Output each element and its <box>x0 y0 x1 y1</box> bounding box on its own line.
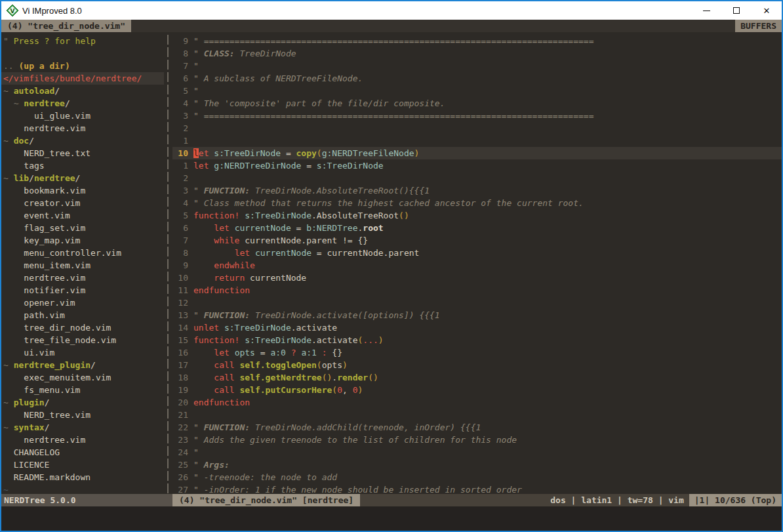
tree-item[interactable]: nerdtree.vim <box>3 272 164 284</box>
code-line[interactable]: 12 <box>172 297 782 309</box>
tree-item[interactable]: ~ nerdtree/ <box>3 97 164 110</box>
code-line[interactable]: 21 <box>172 409 782 421</box>
code-token: a:1 <box>301 348 316 358</box>
code-line[interactable]: 9" =====================================… <box>172 35 782 47</box>
tree-item[interactable]: " Press ? for help <box>3 35 164 47</box>
code-line[interactable]: 7 while currentNode.parent != {} <box>172 234 782 247</box>
tree-item[interactable]: README.markdown <box>3 471 164 483</box>
tree-item[interactable]: ui_glue.vim <box>3 110 164 122</box>
tree-item[interactable]: nerdtree.vim <box>3 122 164 134</box>
tree-item[interactable]: bookmark.vim <box>3 184 164 197</box>
tree-item[interactable]: NERD_tree.vim <box>3 409 164 421</box>
code-line[interactable]: 7" <box>172 60 782 72</box>
code-token: " -inOrder: 1 if the new node should be … <box>193 485 522 494</box>
tab-active[interactable]: (4) "tree_dir_node.vim" <box>1 20 131 32</box>
vertical-split-separator[interactable] <box>164 32 172 494</box>
code-line[interactable]: 13" FUNCTION: TreeDirNode.activate([opti… <box>172 309 782 321</box>
code-line[interactable]: 26" -treenode: the node to add <box>172 471 782 483</box>
tree-item[interactable]: ~ plugin/ <box>3 396 164 409</box>
code-line-text: " FUNCTION: TreeDirNode.activate([option… <box>188 309 440 321</box>
code-line[interactable]: 10let s:TreeDirNode = copy(g:NERDTreeFil… <box>172 147 782 159</box>
code-line[interactable]: 5" <box>172 85 782 97</box>
line-number: 22 <box>172 421 188 434</box>
code-token: .. <box>3 61 18 71</box>
code-line[interactable]: 23" Adds the given treenode to the list … <box>172 434 782 446</box>
code-line[interactable]: 14unlet s:TreeDirNode.activate <box>172 321 782 334</box>
tree-item[interactable]: key_map.vim <box>3 234 164 247</box>
tree-item[interactable]: event.vim <box>3 209 164 222</box>
code-line[interactable]: 5function! s:TreeDirNode.AbsoluteTreeRoo… <box>172 209 782 222</box>
code-token: ~ <box>3 422 14 432</box>
tree-item[interactable]: path.vim <box>3 309 164 321</box>
code-token <box>317 348 322 358</box>
code-line[interactable]: 17 call self.toggleOpen(opts) <box>172 359 782 371</box>
code-token: currentNode.parent != {} <box>239 235 368 245</box>
code-line[interactable]: 1 <box>172 134 782 147</box>
line-number: 11 <box>172 284 188 297</box>
tree-item[interactable]: ~ autoload/ <box>3 85 164 97</box>
line-number: 8 <box>172 47 188 60</box>
code-line[interactable]: 3" FUNCTION: TreeDirNode.AbsoluteTreeRoo… <box>172 184 782 197</box>
command-line-area[interactable] <box>1 506 782 531</box>
code-line[interactable]: 20endfunction <box>172 396 782 409</box>
tree-item[interactable]: NERD_tree.txt <box>3 147 164 159</box>
code-token: notifier.vim <box>3 285 85 295</box>
tree-item[interactable]: flag_set.vim <box>3 222 164 234</box>
code-line[interactable]: 18 call self.getNerdtree().render() <box>172 371 782 384</box>
tree-item[interactable]: notifier.vim <box>3 284 164 297</box>
tree-item[interactable]: ~ doc/ <box>3 134 164 147</box>
tree-item[interactable] <box>3 47 164 60</box>
code-token: " <box>193 310 204 320</box>
tree-item[interactable]: exec_menuitem.vim <box>3 371 164 384</box>
code-line-text <box>188 409 193 421</box>
minimize-button[interactable] <box>691 1 721 20</box>
maximize-button[interactable] <box>721 1 752 20</box>
code-line[interactable]: 19 call self.putCursorHere(0, 0) <box>172 384 782 396</box>
tree-item[interactable]: CHANGELOG <box>3 446 164 459</box>
code-token: " <box>193 422 204 432</box>
code-line[interactable]: 22" FUNCTION: TreeDirNode.addChild(treen… <box>172 421 782 434</box>
tree-item[interactable]: creator.vim <box>3 197 164 209</box>
code-token: ~ <box>3 398 14 407</box>
code-editor: 9" =====================================… <box>172 32 782 494</box>
tree-item[interactable]: tree_file_node.vim <box>3 334 164 346</box>
tree-item[interactable]: .. (up a dir) <box>3 60 164 72</box>
tree-item[interactable]: ~ nerdtree_plugin/ <box>3 359 164 371</box>
code-token <box>230 348 235 358</box>
code-line[interactable]: 2 <box>172 172 782 184</box>
tree-item[interactable]: menu_controller.vim <box>3 247 164 259</box>
code-line[interactable]: 16 let opts = a:0 ? a:1 : {} <box>172 346 782 359</box>
close-button[interactable]: ✕ <box>752 1 782 20</box>
tree-item[interactable]: ui.vim <box>3 346 164 359</box>
tree-item[interactable]: tags <box>3 159 164 172</box>
tree-item[interactable]: menu_item.vim <box>3 259 164 272</box>
code-line[interactable]: 2 <box>172 122 782 134</box>
tree-item[interactable]: nerdtree.vim <box>3 434 164 446</box>
line-number: 16 <box>172 346 188 359</box>
tree-item[interactable]: opener.vim <box>3 297 164 309</box>
code-line[interactable]: 8 let currentNode = currentNode.parent <box>172 247 782 259</box>
code-line[interactable]: 4" The 'composite' part of the file/dir … <box>172 97 782 110</box>
tree-item[interactable]: </vimfiles/bundle/nerdtree/ <box>1 72 164 85</box>
tree-item[interactable]: ~ <box>3 483 164 494</box>
code-line[interactable]: 25" Args: <box>172 459 782 471</box>
code-line[interactable]: 27" -inOrder: 1 if the new node should b… <box>172 483 782 494</box>
code-line[interactable]: 8" CLASS: TreeDirNode <box>172 47 782 60</box>
code-line[interactable]: 1let g:NERDTreeDirNode = s:TreeDirNode <box>172 159 782 172</box>
code-line[interactable]: 9 endwhile <box>172 259 782 272</box>
code-token: endfunction <box>193 398 250 407</box>
tree-item[interactable]: LICENCE <box>3 459 164 471</box>
code-line[interactable]: 6 let currentNode = b:NERDTree.root <box>172 222 782 234</box>
tree-item[interactable]: ~ syntax/ <box>3 421 164 434</box>
code-line[interactable]: 4" Class method that returns the highest… <box>172 197 782 209</box>
code-token: ( <box>332 385 337 395</box>
code-line[interactable]: 11endfunction <box>172 284 782 297</box>
code-line[interactable]: 6" A subclass of NERDTreeFileNode. <box>172 72 782 85</box>
code-line[interactable]: 10 return currentNode <box>172 272 782 284</box>
tree-item[interactable]: ~ lib/nerdtree/ <box>3 172 164 184</box>
tree-item[interactable]: tree_dir_node.vim <box>3 321 164 334</box>
code-line[interactable]: 3" =====================================… <box>172 110 782 122</box>
code-line[interactable]: 24" <box>172 446 782 459</box>
code-line[interactable]: 15function! s:TreeDirNode.activate(...) <box>172 334 782 346</box>
tree-item[interactable]: fs_menu.vim <box>3 384 164 396</box>
